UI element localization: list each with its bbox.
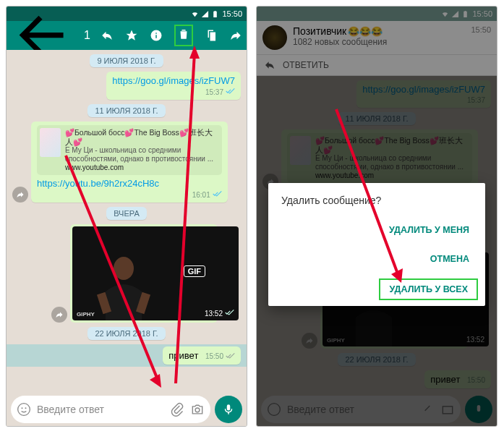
- copy-icon[interactable]: [205, 29, 218, 42]
- gif-badge: GIF: [184, 265, 205, 277]
- date-separator: 9 ИЮЛЯ 2018 Г.: [90, 54, 163, 67]
- message-bubble[interactable]: https://goo.gl/images/izFUW7 15:37: [106, 72, 241, 100]
- cancel-button[interactable]: ОТМЕНА: [422, 250, 478, 268]
- delete-button-highlight: [174, 25, 193, 46]
- right-screenshot: 15:50 Позитивчик😂😂😂 1082 новых сообщения…: [256, 6, 497, 427]
- svg-point-0: [114, 257, 134, 280]
- link-text[interactable]: https://youtu.be/9h2rx24cH8c: [37, 178, 159, 189]
- read-ticks-icon: [225, 309, 234, 318]
- svg-point-5: [25, 407, 27, 409]
- gif-source: GIPHY: [77, 311, 95, 318]
- message-bubble-selected: привет 15:50: [163, 346, 241, 365]
- forward-icon[interactable]: [229, 29, 242, 42]
- read-ticks-icon: [213, 190, 222, 199]
- link-preview[interactable]: 💕Большой босс💕The Big Boss💕班长大人💕 Е Му Ци…: [37, 125, 222, 175]
- selection-toolbar: 1: [7, 21, 247, 50]
- svg-point-3: [18, 404, 30, 416]
- delete-for-me-button[interactable]: УДАЛИТЬ У МЕНЯ: [380, 221, 478, 239]
- preview-desc: Е Му Ци - школьница со средними способно…: [65, 146, 219, 163]
- mic-icon: [222, 403, 235, 416]
- battery-icon: [211, 10, 219, 18]
- trash-icon[interactable]: [177, 27, 190, 41]
- message-text: привет: [168, 350, 198, 361]
- selection-count: 1: [84, 29, 90, 42]
- reply-icon[interactable]: [101, 29, 114, 42]
- composer: Введите ответ: [7, 393, 247, 426]
- signal-icon: [201, 10, 209, 18]
- delete-for-everyone-button[interactable]: УДАЛИТЬ У ВСЕХ: [379, 278, 478, 300]
- emoji-icon[interactable]: [17, 402, 31, 417]
- preview-thumb: [40, 128, 61, 157]
- wifi-icon: [191, 10, 199, 18]
- sent-ticks-icon: [226, 352, 235, 361]
- attach-icon[interactable]: [170, 402, 184, 417]
- info-icon[interactable]: [150, 29, 163, 42]
- preview-site: www.youtube.com: [65, 163, 219, 172]
- svg-point-4: [22, 407, 23, 409]
- camera-icon[interactable]: [190, 402, 205, 417]
- status-time: 15:50: [222, 9, 242, 18]
- chat-pane[interactable]: 9 ИЮЛЯ 2018 Г. https://goo.gl/images/izF…: [7, 50, 247, 393]
- gif-message[interactable]: GIF GIPHY 13:52: [70, 224, 218, 323]
- dialog-title: Удалить сообщение?: [281, 195, 478, 206]
- gif-figure: [91, 248, 156, 320]
- date-separator: 11 ИЮЛЯ 2018 Г.: [87, 104, 165, 117]
- date-separator: 22 ИЮЛЯ 2018 Г.: [87, 327, 165, 340]
- preview-title: 💕Большой босс💕The Big Boss💕班长大人💕: [65, 128, 219, 146]
- selected-message-row[interactable]: привет 15:50: [7, 344, 247, 367]
- message-bubble[interactable]: 💕Большой босс💕The Big Boss💕班长大人💕 Е Му Ци…: [31, 122, 228, 203]
- mic-button[interactable]: [215, 396, 242, 423]
- delete-dialog: Удалить сообщение? УДАЛИТЬ У МЕНЯ ОТМЕНА…: [268, 183, 485, 306]
- date-separator: ВЧЕРА: [106, 207, 146, 220]
- read-ticks-icon: [226, 88, 235, 96]
- forward-chip[interactable]: [12, 187, 28, 203]
- link-text[interactable]: https://goo.gl/images/izFUW7: [112, 75, 235, 86]
- forward-chip[interactable]: [51, 307, 67, 323]
- left-screenshot: 15:50 1 9 ИЮЛЯ 2018 Г. https://goo.gl/im…: [6, 6, 247, 427]
- svg-point-6: [195, 408, 200, 412]
- message-input[interactable]: Введите ответ: [11, 396, 210, 423]
- input-placeholder: Введите ответ: [37, 404, 164, 415]
- star-icon[interactable]: [125, 29, 138, 42]
